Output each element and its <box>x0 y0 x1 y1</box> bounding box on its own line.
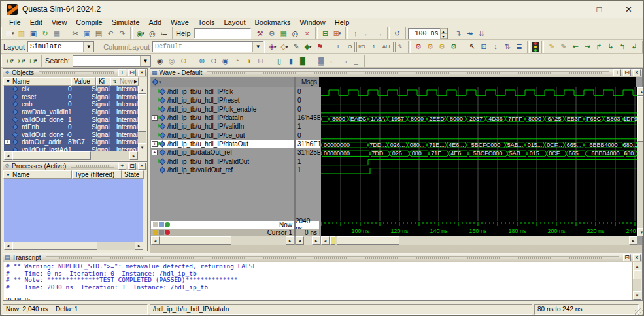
wave-value-reset[interactable]: 0 <box>296 96 320 104</box>
objects-add-button[interactable]: + <box>118 69 126 76</box>
reload-source-button[interactable]: ↻ <box>39 28 51 39</box>
port-filter-all-button[interactable]: ALL <box>381 42 394 52</box>
objects-kind-column[interactable]: Ki <box>96 77 110 86</box>
options-compile-button[interactable]: ⚙ <box>413 41 424 52</box>
resize-grip[interactable] <box>635 308 643 315</box>
search-dropdown-icon[interactable]: ▼ <box>140 56 150 66</box>
insert-group-button[interactable]: ◆▾ <box>302 41 314 52</box>
values-hscrollbar[interactable]: ◂ ▸ <box>296 236 320 245</box>
port-filter-o-button[interactable]: O <box>345 42 355 52</box>
objects-list[interactable]: clk0SignalInternalreset0SignalInternalen… <box>4 86 138 151</box>
paste-button[interactable]: ▤ <box>93 28 105 39</box>
show-drivers-button[interactable]: ⊟ <box>320 28 331 39</box>
wave-canvas[interactable]: 8000EAEC1A8A195780002EED800020374D367FFF… <box>321 87 637 221</box>
close-button[interactable]: ✕ <box>614 1 643 18</box>
expand-icon[interactable]: + <box>152 115 158 121</box>
wave-value-clk[interactable]: 0 <box>296 87 320 96</box>
help-input[interactable] <box>194 28 251 39</box>
port-filter-edit-button[interactable]: ✎ <box>395 42 405 52</box>
env-up-button[interactable]: ↑ <box>350 28 362 39</box>
wave-signal-clk[interactable]: /hdl_ip_tb/u_hdl_IP/clk <box>151 87 294 96</box>
transcript-drag-grip[interactable] <box>46 256 619 259</box>
names-hscrollbar[interactable]: ◂ ▸ <box>151 236 294 245</box>
history-goto-button[interactable]: ↦▾ <box>27 55 39 67</box>
columnlayout-combobox[interactable]: Default ▼ <box>152 41 263 52</box>
transcript-close-button[interactable]: × <box>633 254 641 261</box>
history-back-button[interactable]: ↢▾ <box>4 55 16 67</box>
memory-view-button[interactable]: █ <box>297 55 309 67</box>
object-row-validOut_lastAddr[interactable]: validOut_lastAddr1SignalInternal <box>4 146 138 151</box>
objects-drag-grip[interactable] <box>39 71 114 74</box>
restart-button[interactable]: ↺ <box>392 28 403 39</box>
next-transition-button[interactable]: ⇥ <box>581 41 593 52</box>
compile-button[interactable]: ⚒ <box>254 28 266 39</box>
wave-signal-values[interactable]: 00016'h45B61031'h6E1A800031'h25EA400011 <box>294 87 320 221</box>
wave-value-ce_out[interactable]: 0 <box>296 131 320 139</box>
wave-vscrollbar[interactable]: ▴ ▾ <box>637 87 644 236</box>
next-rising-edge-button[interactable]: ↱ <box>593 41 605 52</box>
expand-icon[interactable]: + <box>152 150 158 155</box>
wave-add-button[interactable]: + <box>613 69 621 76</box>
transcript-log[interactable]: # ** Warning: NUMERIC_STD.">=": metavalu… <box>4 262 633 300</box>
menu-file[interactable]: File <box>5 18 25 26</box>
search-files-button[interactable]: ◎ <box>146 28 158 39</box>
prev-rising-edge-button[interactable]: ↰ <box>617 41 628 52</box>
find-button[interactable]: ◉▾ <box>135 28 146 39</box>
edge-down-toggle-button[interactable]: ¬ <box>339 55 350 67</box>
traffic-light-button[interactable] <box>532 42 539 52</box>
menu-tools[interactable]: Tools <box>194 18 220 26</box>
search-combobox[interactable]: ▼ <box>73 55 151 67</box>
menu-help[interactable]: Help <box>330 18 354 26</box>
columnlayout-dropdown-icon[interactable]: ▼ <box>252 42 263 52</box>
processes-type-column[interactable]: Type (filtered) <box>72 170 122 179</box>
msgs-column[interactable]: Msgs <box>294 77 319 87</box>
run-button[interactable]: ↴ <box>452 28 464 39</box>
grid-toggle-button[interactable]: ▓ <box>315 55 327 67</box>
wave-drag-grip[interactable] <box>207 71 609 74</box>
wave-value-validOut[interactable]: 1 <box>296 157 320 165</box>
objects-close-button[interactable]: × <box>138 69 146 76</box>
cursor-lock-icon[interactable] <box>153 230 158 235</box>
prev-transition-button[interactable]: ⇤ <box>569 41 581 52</box>
wave-value-dataOut[interactable]: 31'h6E1A8000 <box>296 140 320 148</box>
cursor-delete-icon[interactable] <box>165 230 170 235</box>
port-filter-1-button[interactable]: 1 <box>369 42 379 52</box>
insert-cursor-button[interactable]: ✎ <box>546 41 558 52</box>
wave-signal-dataOut_ref[interactable]: +/hdl_ip_tb/dataOut_ref <box>151 148 294 157</box>
pan-mode-button[interactable]: ↕ <box>490 41 501 52</box>
cut-button[interactable]: ✂ <box>69 28 81 39</box>
layout-combobox[interactable]: Simulate ▼ <box>27 41 94 52</box>
processes-drag-grip[interactable] <box>71 165 114 168</box>
wave-value-dataOut_ref[interactable]: 31'h25EA4000 <box>296 148 320 157</box>
history-forward-button[interactable]: ↣▾ <box>16 55 27 67</box>
simulate-button[interactable]: ▦ <box>278 28 290 39</box>
add-to-wave-button[interactable]: ◈▾ <box>267 41 279 52</box>
prev-falling-edge-button[interactable]: ↲ <box>628 41 640 52</box>
objects-hscrollbar[interactable]: ◂ ▸ <box>4 151 138 160</box>
zoom-box-mode-button[interactable]: ⊡ <box>478 41 490 52</box>
object-row-enb[interactable]: enb0SignalInternal <box>4 101 138 108</box>
processes-add-button[interactable]: + <box>118 163 126 170</box>
wave-select-icon[interactable] <box>159 222 164 227</box>
show-markers-button[interactable]: ≣ <box>513 41 525 52</box>
print-button[interactable]: ▦ <box>51 28 63 39</box>
level-toggle-button[interactable]: _ <box>350 55 362 67</box>
wave-signal-reset[interactable]: /hdl_ip_tb/u_hdl_IP/reset <box>151 96 294 104</box>
wave-signals-dropdown-icon[interactable]: ▾ <box>159 80 161 85</box>
wave-edit-icon[interactable] <box>153 222 158 227</box>
copy-button[interactable]: ▣ <box>81 28 93 39</box>
maximize-button[interactable]: □ <box>585 1 614 18</box>
continue-run-button[interactable]: ↠ <box>464 28 476 39</box>
object-row-reset[interactable]: reset0SignalInternal <box>4 93 138 101</box>
undo-button[interactable]: ↶ <box>105 28 116 39</box>
env-back-button[interactable]: ← <box>362 28 373 39</box>
menu-edit[interactable]: Edit <box>25 18 47 26</box>
menu-compile[interactable]: Compile <box>71 18 107 26</box>
port-filter-i-button[interactable]: I <box>333 42 343 52</box>
menu-wave[interactable]: Wave <box>166 18 194 26</box>
options-tools-button[interactable]: ⚙ <box>448 41 460 52</box>
object-row-validOut_done_en[interactable]: validOut_done_en...0SignalInternal <box>4 131 138 139</box>
transcript-vscrollbar[interactable]: ▴ ▾ <box>633 262 641 300</box>
edit-waveform-button[interactable]: ✎ <box>290 41 302 52</box>
wave-signal-validIn[interactable]: /hdl_ip_tb/u_hdl_IP/validIn <box>151 122 294 131</box>
